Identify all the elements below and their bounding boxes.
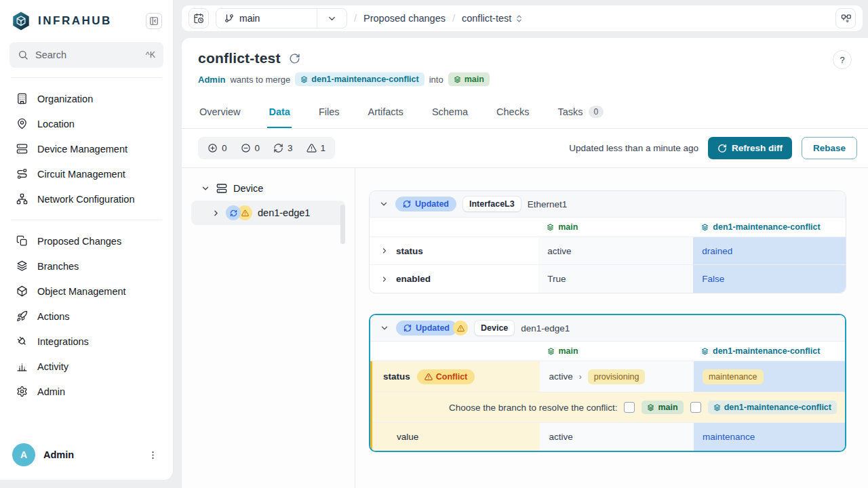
workflow-button[interactable] bbox=[835, 8, 856, 28]
layers-icon bbox=[547, 224, 554, 231]
branch-value-pill: maintenance bbox=[703, 369, 764, 384]
updated-status-badge: Updated bbox=[395, 197, 456, 211]
chevron-right-icon[interactable] bbox=[380, 275, 389, 283]
sidebar-item-label: Integrations bbox=[37, 336, 89, 347]
sidebar-item-label: Admin bbox=[37, 386, 65, 397]
layers-icon bbox=[300, 76, 308, 83]
infrahub-logo-icon bbox=[11, 11, 31, 31]
workflow-icon bbox=[840, 13, 852, 24]
sidebar-item-activity[interactable]: Activity bbox=[5, 354, 167, 379]
bar-chart-icon bbox=[16, 361, 28, 372]
panel-collapse-icon bbox=[149, 16, 159, 26]
sidebar-item-network-configuration[interactable]: Network Configuration bbox=[5, 186, 167, 211]
search-icon bbox=[18, 49, 28, 60]
tab-tasks[interactable]: Tasks 0 bbox=[556, 97, 605, 128]
main-change: active › provisioning bbox=[540, 361, 694, 392]
user-name: Admin bbox=[43, 449, 137, 460]
diff-card-device: Updated Device den1-edge1 bbox=[369, 314, 846, 452]
updated-status-badge: Updated bbox=[396, 321, 457, 336]
column-header-branch: den1-maintenance-conflict bbox=[693, 342, 845, 361]
sidebar-item-device-management[interactable]: Device Management bbox=[5, 136, 167, 161]
column-header-main: main bbox=[538, 218, 693, 237]
branch-value: drained bbox=[693, 237, 846, 264]
resolve-main-badge[interactable]: main bbox=[642, 401, 683, 414]
object-name: Ethernet1 bbox=[528, 199, 568, 209]
main-content: conflict-test ? Admin wants to merge bbox=[182, 38, 868, 488]
tree-node-device[interactable]: Device bbox=[191, 179, 345, 198]
kebab-icon bbox=[148, 450, 158, 460]
resolve-branch-badge[interactable]: den1-maintenance-conflict bbox=[708, 401, 837, 414]
sidebar-item-integrations[interactable]: Integrations bbox=[5, 329, 167, 354]
diff-row-status: status active drained bbox=[370, 237, 846, 265]
refresh-icon[interactable] bbox=[289, 53, 300, 64]
divider bbox=[11, 220, 162, 220]
resolve-branch-checkbox[interactable] bbox=[690, 402, 701, 413]
tab-artifacts[interactable]: Artifacts bbox=[367, 97, 405, 128]
breadcrumb-page-selector[interactable]: conflict-test bbox=[462, 13, 524, 24]
branch-selector[interactable]: main bbox=[216, 8, 347, 28]
conflict-resolution-row: Choose the branch to resolve the conflic… bbox=[372, 392, 845, 423]
tab-overview[interactable]: Overview bbox=[198, 97, 241, 128]
help-button[interactable]: ? bbox=[833, 50, 852, 69]
breadcrumb-page: conflict-test bbox=[462, 13, 511, 24]
layers-icon bbox=[547, 348, 555, 355]
server-icon bbox=[16, 143, 28, 155]
chevrons-up-down-icon bbox=[515, 14, 524, 23]
attribute-name: status bbox=[396, 246, 423, 256]
chevron-right-icon bbox=[212, 209, 220, 218]
tab-data[interactable]: Data bbox=[267, 97, 291, 128]
attribute-name: status bbox=[383, 371, 410, 382]
tab-schema[interactable]: Schema bbox=[431, 97, 469, 128]
breadcrumb-separator: / bbox=[452, 13, 455, 24]
source-branch-badge[interactable]: den1-maintenance-conflict bbox=[295, 73, 424, 86]
branch-change: maintenance bbox=[694, 361, 845, 392]
tree-scrollbar[interactable] bbox=[340, 205, 345, 244]
conflict-warning-icon bbox=[453, 321, 468, 336]
refresh-diff-button[interactable]: Refresh diff bbox=[708, 137, 792, 159]
minus-circle-icon bbox=[241, 143, 251, 153]
sidebar-item-branches[interactable]: Branches bbox=[5, 253, 167, 279]
diff-card-header[interactable]: Updated Device den1-edge1 bbox=[370, 315, 845, 342]
layers-icon bbox=[16, 260, 28, 272]
sidebar-item-label: Location bbox=[37, 119, 75, 129]
main-value: True bbox=[538, 265, 693, 293]
diff-content: Device den1-edge1 bbox=[182, 168, 868, 488]
schedule-button[interactable] bbox=[189, 8, 209, 28]
brand-name: INFRAHUB bbox=[38, 14, 139, 28]
breadcrumb-section[interactable]: Proposed changes bbox=[363, 13, 446, 24]
branch-selector-value: main bbox=[239, 13, 260, 24]
git-branch-icon bbox=[224, 14, 234, 23]
sidebar-item-location[interactable]: Location bbox=[5, 111, 167, 136]
tab-checks[interactable]: Checks bbox=[495, 97, 530, 128]
rebase-button[interactable]: Rebase bbox=[802, 137, 857, 159]
sidebar-item-circuit-management[interactable]: Circuit Management bbox=[5, 161, 167, 186]
sidebar-item-organization[interactable]: Organization bbox=[5, 86, 167, 111]
sidebar-item-object-management[interactable]: Object Management bbox=[5, 279, 167, 304]
user-menu-button[interactable] bbox=[145, 447, 161, 463]
sidebar-collapse-button[interactable] bbox=[146, 13, 162, 29]
merge-summary: Admin wants to merge den1-maintenance-co… bbox=[198, 73, 852, 86]
resolve-main-checkbox[interactable] bbox=[624, 402, 635, 413]
resolution-prompt: Choose the branch to resolve the conflic… bbox=[449, 403, 617, 413]
into-text: into bbox=[429, 75, 443, 85]
tab-files[interactable]: Files bbox=[317, 97, 341, 128]
layers-icon bbox=[713, 404, 721, 411]
new-value-pill: provisioning bbox=[588, 369, 646, 384]
main-column: main / Proposed changes / conflict-test bbox=[174, 0, 868, 488]
target-branch-badge[interactable]: main bbox=[448, 73, 490, 86]
tree-node-den1-edge1[interactable]: den1-edge1 bbox=[191, 201, 345, 225]
sidebar-item-proposed-changes[interactable]: Proposed Changes bbox=[5, 228, 167, 253]
server-icon bbox=[216, 183, 227, 194]
main-value: active bbox=[538, 237, 693, 264]
tab-bar: Overview Data Files Artifacts Schema Che… bbox=[182, 97, 868, 129]
sidebar-item-actions[interactable]: Actions bbox=[5, 304, 167, 329]
stat-updated: 3 bbox=[273, 143, 293, 153]
chevron-down-icon bbox=[201, 184, 210, 193]
search-input[interactable]: Search ^K bbox=[9, 42, 163, 68]
diff-card-header[interactable]: Updated InterfaceL3 Ethernet1 bbox=[370, 191, 846, 218]
layers-icon bbox=[701, 224, 709, 231]
object-tree-panel: Device den1-edge1 bbox=[182, 168, 355, 488]
chevron-right-icon[interactable] bbox=[380, 247, 389, 255]
diff-column-headers: main den1-maintenance-conflict bbox=[370, 218, 846, 237]
sidebar-item-admin[interactable]: Admin bbox=[5, 379, 167, 404]
